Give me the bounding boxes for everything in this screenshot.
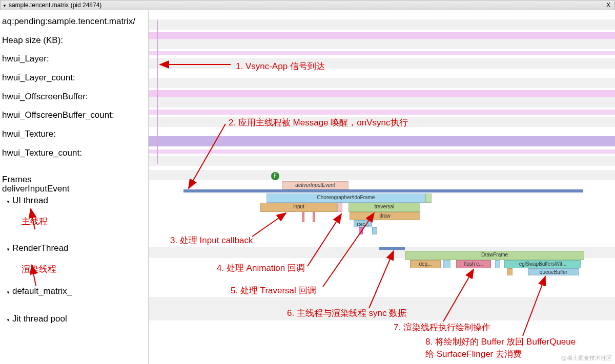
collapse-icon[interactable] (3, 2, 9, 9)
render-thread-label: RenderThread (12, 243, 69, 253)
counter-row[interactable]: hwui_Layer: (2, 50, 146, 69)
counter-track[interactable] (149, 136, 615, 146)
seg-small[interactable] (507, 189, 521, 192)
seg-draw[interactable]: draw (350, 212, 420, 220)
seg-traversal[interactable]: traversal (348, 203, 420, 212)
default-matrix-label: default_matrix_ (12, 286, 72, 296)
annotation-4: 4. 处理 Animation 回调 (217, 262, 305, 274)
seg-small[interactable] (495, 260, 500, 268)
counter-row[interactable]: hwui_OffscreenBuffer_count: (2, 106, 146, 125)
seg-rec[interactable]: Rec... (354, 220, 372, 227)
timeline-area[interactable]: F deliverInputEvent Choreographer#doFram… (149, 10, 615, 364)
window-header: sample.tencent.matrix (pid 24874) X (0, 0, 615, 10)
vsync-marker (157, 20, 158, 164)
seg-small[interactable] (443, 260, 450, 268)
deliver-input-label[interactable]: deliverInputEvent (2, 184, 146, 194)
sidebar: aq:pending:sample.tencent.matrix/ Heap s… (0, 10, 149, 364)
seg-eglswap[interactable]: eglSwapBuffersWit... (504, 260, 581, 268)
seg-drawframe[interactable]: DrawFrame (405, 251, 584, 260)
counter-track[interactable] (149, 51, 615, 55)
counter-row[interactable]: hwui_Texture_count: (2, 144, 146, 163)
annotation-3: 3. 处理 Input callback (170, 234, 253, 246)
tree-ui-thread[interactable]: UI thread (2, 194, 146, 208)
counter-track[interactable] (149, 149, 615, 154)
seg-small[interactable] (507, 268, 512, 275)
seg-deq[interactable]: deq... (410, 260, 441, 268)
timeline-band (149, 39, 615, 49)
seg-choreographer[interactable]: Choreographer#doFrame (266, 194, 425, 203)
counter-row[interactable]: hwui_Layer_count: (2, 69, 146, 88)
counter-row[interactable]: Heap size (KB): (2, 31, 146, 50)
seg-small[interactable] (359, 227, 363, 234)
counter-track[interactable] (149, 32, 615, 39)
seg-small[interactable] (425, 194, 432, 203)
watermark: @稀土掘金技术社区 (561, 354, 612, 362)
timeline-band (149, 19, 615, 30)
seg-small[interactable] (372, 227, 377, 234)
timeline-band (149, 78, 615, 88)
timeline-band (149, 170, 615, 180)
seg-flush[interactable]: flush c... (456, 260, 491, 268)
annotation-8b: 给 SurfaceFlinger 去消费 (425, 348, 522, 360)
frame-badge[interactable]: F (271, 172, 279, 180)
counter-track[interactable] (149, 90, 615, 97)
seg-deliver-input[interactable]: deliverInputEvent (282, 181, 348, 189)
frames-label[interactable]: Frames (2, 175, 146, 185)
annotation-7: 7. 渲染线程执行绘制操作 (394, 322, 490, 333)
timeline-band (149, 297, 615, 320)
thread-state-bar[interactable] (379, 247, 405, 250)
seg-small[interactable] (538, 189, 556, 192)
annotation-5: 5. 处理 Traversal 回调 (231, 285, 316, 296)
ui-thread-label: UI thread (12, 196, 48, 205)
window-title: sample.tencent.matrix (pid 24874) (9, 2, 604, 9)
tree-default-matrix[interactable]: default_matrix_ (2, 285, 146, 298)
counter-track[interactable] (149, 110, 615, 115)
annotation-8a: 8. 将绘制好的 Buffer 放回 BufferQueue (425, 336, 576, 348)
seg-small[interactable] (313, 212, 315, 222)
counter-row[interactable]: hwui_Texture: (2, 125, 146, 144)
counter-row[interactable]: aq:pending:sample.tencent.matrix/ (2, 12, 146, 31)
seg-small[interactable] (337, 203, 342, 212)
seg-queuebuffer[interactable]: queueBuffer (528, 268, 579, 275)
svg-line-2 (252, 213, 286, 237)
seg-input[interactable]: input (260, 203, 337, 212)
counter-row[interactable]: hwui_OffscreenBuffer: (2, 88, 146, 106)
close-icon[interactable]: X (604, 2, 612, 9)
timeline-band (149, 156, 615, 166)
render-thread-annotation: 渲染线程 (22, 265, 146, 274)
timeline-band (149, 97, 615, 108)
timeline-band (149, 58, 615, 69)
timeline-band (149, 117, 615, 127)
thread-state-bar[interactable] (183, 189, 583, 192)
jit-thread-label: Jit thread pool (12, 314, 67, 324)
main-panel: aq:pending:sample.tencent.matrix/ Heap s… (0, 10, 615, 364)
seg-small[interactable] (302, 212, 304, 222)
tree-jit-thread[interactable]: Jit thread pool (2, 312, 146, 326)
tree-render-thread[interactable]: RenderThread (2, 242, 146, 255)
ui-thread-annotation: 主线程 (22, 217, 146, 227)
